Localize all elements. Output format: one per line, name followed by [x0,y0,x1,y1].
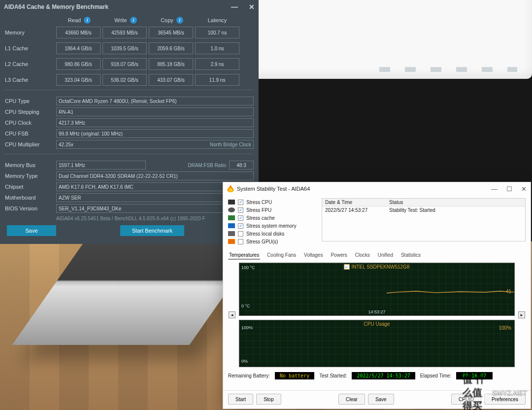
cpu-stepping-row: CPU SteppingRN-A1 [5,106,254,117]
memory-copy[interactable]: 36545 MB/s [149,27,193,38]
tab-unified[interactable]: Unified [377,251,394,260]
l3-read[interactable]: 323.04 GB/s [56,74,100,86]
l2-latency[interactable]: 2.9 ns [195,58,239,70]
stress-cache-label: Stress cache [246,215,275,221]
memory-write[interactable]: 42593 MB/s [102,27,147,38]
tab-temperatures[interactable]: Temperatures [228,251,260,260]
info-icon[interactable]: i [84,17,91,24]
l1-latency[interactable]: 1.0 ns [195,42,239,54]
stress-fpu-label: Stress FPU [246,207,271,213]
temperature-graph: INTEL SSDPEKNW512G8 100 °C 0 °C 14:53:27… [239,263,515,316]
cpu-usage-graph: CPU Usage 100% 0% 100% [239,320,515,367]
graph1-title: INTEL SSDPEKNW512G8 [351,264,409,270]
stress-cpu-label: Stress CPU [246,200,272,205]
checkbox-mem[interactable] [238,223,243,229]
row-l1: L1 Cache 1864.4 GB/s 1039.5 GB/s 2059.6 … [5,42,254,54]
watermark: 值 什么值得买 SMYZ.NET [463,379,527,405]
l1-read[interactable]: 1864.4 GB/s [56,42,100,54]
l2-read[interactable]: 980.86 GB/s [56,58,100,70]
mem-bus-value: 1597.1 MHz [56,161,146,170]
l2-copy[interactable]: 885.18 GB/s [149,58,193,70]
l3-latency[interactable]: 11.9 ns [195,74,239,86]
started-label: Test Started: [319,373,347,378]
mem-icon [228,223,235,228]
checkbox-fpu[interactable] [238,207,243,213]
cpu-mult-value: 42.25xNorth Bridge Clock [56,140,254,149]
window-titlebar[interactable]: System Stability Test - AIDA64 — ☐ ✕ [223,182,531,195]
scroll-right-icon[interactable]: ► [518,311,525,318]
watermark-site: SMYZ.NET [492,388,527,396]
mem-bus-row: Memory Bus1597.1 MHzDRAM:FSB Ratio48:3 [5,160,254,171]
info-icon[interactable]: i [176,17,183,24]
cpu-fsb-value: 99.8 MHz (original: 100 MHz) [56,129,254,138]
log-row[interactable]: 2022/5/27 14:53:27Stability Test: Starte… [322,206,525,214]
col-datetime: Date & Time [322,199,386,206]
col-write: Write [114,17,127,23]
tab-clocks[interactable]: Clocks [354,251,371,260]
ratio-value: 48:3 [229,161,254,170]
bios-row: BIOS VersionSER_V1.14_P3C6M43_DKe [5,203,254,214]
series-checkbox[interactable] [344,264,349,270]
ratio-label: DRAM:FSB Ratio [188,163,226,168]
aida64-benchmark-window: AIDA64 Cache & Memory Benchmark — ✕ Read… [0,0,259,244]
svg-rect-0 [239,263,514,315]
disk-icon [228,231,235,236]
row-l3: L3 Cache 323.04 GB/s 536.02 GB/s 433.07 … [5,74,254,86]
row-l2: L2 Cache 980.86 GB/s 918.07 GB/s 885.18 … [5,58,254,70]
stress-gpu-label: Stress GPU(s) [246,239,278,244]
minimize-icon[interactable]: — [491,185,498,193]
col-read: Read [68,17,81,23]
l3-write[interactable]: 536.02 GB/s [102,74,147,86]
window-titlebar[interactable]: AIDA64 Cache & Memory Benchmark — ✕ [0,0,259,14]
cache-icon [228,215,235,220]
l1-copy[interactable]: 2059.6 GB/s [149,42,193,54]
chipset-row: ChipsetAMD K17.6 FCH, AMD K17.6 IMC [5,181,254,192]
battery-label: Remaining Battery: [228,373,270,378]
scroll-left-icon[interactable]: ◄ [229,311,235,318]
col-latency: Latency [208,17,227,23]
tab-fans[interactable]: Cooling Fans [266,251,297,260]
mem-type-row: Memory TypeDual Channel DDR4-3200 SDRAM … [5,171,254,181]
start-button[interactable]: Start [228,394,253,405]
cpu-icon [228,200,235,205]
info-icon[interactable]: i [130,17,137,24]
window-title: System Stability Test - AIDA64 [237,186,310,192]
battery-value: No battery [275,372,314,379]
gpu-icon [228,239,235,244]
cpu-fsb-row: CPU FSB99.8 MHz (original: 100 MHz) [5,128,254,139]
stop-button[interactable]: Stop [256,394,281,405]
clear-button[interactable]: Clear [338,394,365,405]
checkbox-disk[interactable] [238,231,243,237]
tab-statistics[interactable]: Statistics [400,251,422,260]
save-button[interactable]: Save [7,225,56,236]
tab-powers[interactable]: Powers [330,251,348,260]
start-benchmark-button[interactable]: Start Benchmark [120,225,184,236]
save-button[interactable]: Save [368,394,394,405]
memory-latency[interactable]: 100.7 ns [195,27,239,38]
close-icon[interactable]: ✕ [521,185,527,193]
col-copy: Copy [161,17,173,23]
close-icon[interactable]: ✕ [249,3,255,11]
maximize-icon[interactable]: ☐ [506,185,512,193]
minimize-icon[interactable]: — [231,3,238,11]
memory-read[interactable]: 43660 MB/s [56,27,100,38]
checkbox-gpu[interactable] [238,239,243,244]
window-title: AIDA64 Cache & Memory Benchmark [4,3,108,10]
fpu-icon [228,207,235,212]
mem-type-value: Dual Channel DDR4-3200 SDRAM (22-22-22-5… [56,171,254,180]
elapsed-label: Elapsed Time: [420,373,451,378]
stress-options: Stress CPU Stress FPU Stress cache Stres… [228,198,317,245]
stress-disk-label: Stress local disks [246,231,284,237]
l3-copy[interactable]: 433.07 GB/s [149,74,193,86]
cpu-clock-row: CPU Clock4217.3 MHz [5,117,254,128]
column-headers: Readi Writei Copyi Latency [56,17,254,24]
l2-write[interactable]: 918.07 GB/s [102,58,147,70]
l1-write[interactable]: 1039.5 GB/s [102,42,147,54]
col-status: Status [386,199,525,206]
checkbox-cache[interactable] [238,215,243,221]
motherboard-row: MotherboardAZW SER [5,192,254,203]
cpu-type-value: OctalCore AMD Ryzen 7 4800U, (Renoir, So… [56,97,254,105]
started-value: 2022/5/27 14:53:27 [352,372,415,379]
checkbox-cpu[interactable] [238,200,243,205]
tab-voltages[interactable]: Voltages [303,251,324,260]
